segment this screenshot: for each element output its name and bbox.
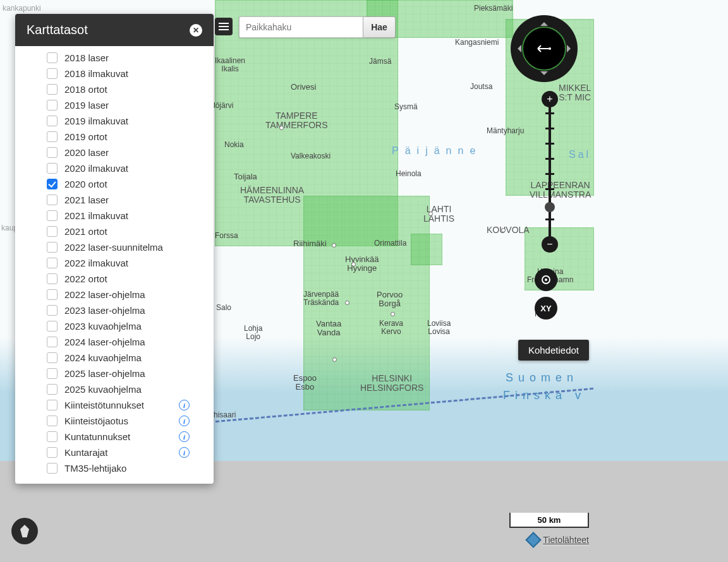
layer-item[interactable]: 2024 kuvaohjelma <box>15 350 214 366</box>
layer-checkbox[interactable] <box>47 179 58 189</box>
layer-checkbox[interactable] <box>47 447 58 458</box>
layer-checkbox[interactable] <box>47 100 58 111</box>
layer-item[interactable]: 2018 ortot <box>15 81 214 97</box>
layers-panel: Karttatasot ✕ 2018 laser2018 ilmakuvat20… <box>15 14 214 484</box>
feature-info-label[interactable]: Kohdetiedot <box>518 340 589 361</box>
layer-checkbox[interactable] <box>47 52 58 63</box>
layer-checkbox[interactable] <box>47 368 58 379</box>
layers-scroll[interactable]: 2018 laser2018 ilmakuvat2018 ortot2019 l… <box>15 46 214 484</box>
zoom-slider[interactable]: + − <box>549 95 551 249</box>
search-button[interactable]: Hae <box>363 16 396 38</box>
layer-label: Kuntatunnukset <box>64 431 130 442</box>
layer-item[interactable]: 2020 laser <box>15 145 214 160</box>
pan-left-button[interactable] <box>514 45 521 52</box>
layer-item[interactable]: 2019 laser <box>15 97 214 113</box>
layer-checkbox[interactable] <box>47 273 58 284</box>
info-icon[interactable]: i <box>179 416 190 426</box>
layer-item[interactable]: 2022 laser-ohjelma <box>15 287 214 302</box>
info-icon[interactable]: i <box>179 431 190 442</box>
layer-checkbox[interactable] <box>47 416 58 426</box>
layer-item[interactable]: 2025 kuvaohjelma <box>15 381 214 397</box>
city-dot <box>501 228 506 232</box>
pan-right-button[interactable] <box>567 45 574 52</box>
layer-item[interactable]: TM35-lehtijako <box>15 460 214 476</box>
layer-item[interactable]: 2024 laser-ohjelma <box>15 334 214 350</box>
xy-button[interactable]: XY <box>535 297 557 320</box>
layer-item[interactable]: Kuntarajati <box>15 445 214 460</box>
layer-checkbox[interactable] <box>47 226 58 237</box>
layer-item[interactable]: 2020 ortot <box>15 176 214 192</box>
data-sources-link[interactable]: Tietolähteet <box>528 534 589 546</box>
layer-checkbox[interactable] <box>47 463 58 474</box>
city-dot <box>428 212 433 216</box>
layer-label: 2018 ilmakuvat <box>64 68 128 79</box>
scale-bar: 50 km <box>509 513 589 528</box>
layer-item[interactable]: 2025 laser-ohjelma <box>15 366 214 381</box>
zoom-in-button[interactable]: + <box>542 91 558 107</box>
layer-label: 2019 ortot <box>64 131 107 142</box>
layer-checkbox[interactable] <box>47 431 58 442</box>
menu-button[interactable] <box>215 18 233 35</box>
layer-item[interactable]: 2022 ortot <box>15 271 214 287</box>
layer-checkbox[interactable] <box>47 337 58 347</box>
layer-item[interactable]: Kiinteistötunnukseti <box>15 397 214 413</box>
green-overlay <box>303 196 430 410</box>
info-icon[interactable]: i <box>179 400 190 410</box>
layer-checkbox[interactable] <box>47 163 58 174</box>
layer-checkbox[interactable] <box>47 194 58 205</box>
layer-item[interactable]: 2020 ilmakuvat <box>15 160 214 176</box>
layer-label: Kuntarajat <box>64 447 107 458</box>
layer-checkbox[interactable] <box>47 321 58 332</box>
layer-checkbox[interactable] <box>47 400 58 410</box>
sources-label: Tietolähteet <box>543 535 589 545</box>
layer-label: 2020 ilmakuvat <box>64 163 128 174</box>
layer-checkbox[interactable] <box>47 242 58 253</box>
zoom-tick <box>545 218 554 220</box>
zoom-tick <box>545 188 554 190</box>
layer-item[interactable]: 2023 kuvaohjelma <box>15 318 214 334</box>
reset-icon <box>535 42 554 55</box>
layer-label: 2021 laser <box>64 194 109 205</box>
close-button[interactable]: ✕ <box>190 24 202 37</box>
layer-item[interactable]: Kuntatunnukseti <box>15 429 214 445</box>
layer-item[interactable]: 2018 ilmakuvat <box>15 66 214 81</box>
info-icon[interactable]: i <box>179 447 190 458</box>
layer-item[interactable]: 2019 ilmakuvat <box>15 113 214 129</box>
layer-checkbox[interactable] <box>47 116 58 126</box>
marker-tool-button[interactable] <box>11 518 38 544</box>
layer-checkbox[interactable] <box>47 305 58 316</box>
layer-item[interactable]: 2021 ortot <box>15 224 214 239</box>
layer-checkbox[interactable] <box>47 352 58 363</box>
layers-panel-title: Karttatasot <box>27 23 88 37</box>
layer-item[interactable]: 2023 laser-ohjelma <box>15 302 214 318</box>
layer-label: 2023 kuvaohjelma <box>64 321 142 332</box>
layer-item[interactable]: 2019 ortot <box>15 129 214 145</box>
layer-item[interactable]: 2021 ilmakuvat <box>15 208 214 224</box>
reset-view-button[interactable] <box>522 27 566 71</box>
zoom-tick <box>545 143 554 145</box>
svg-point-2 <box>545 278 547 281</box>
layer-checkbox[interactable] <box>47 131 58 142</box>
layer-item[interactable]: 2022 ilmakuvat <box>15 255 214 271</box>
layer-checkbox[interactable] <box>47 210 58 221</box>
layer-label: 2022 laser-suunnitelma <box>64 242 163 253</box>
pan-up-button[interactable] <box>540 18 548 26</box>
layer-item[interactable]: Kiinteistöjaotusi <box>15 413 214 429</box>
pan-down-button[interactable] <box>540 71 548 79</box>
city-dot <box>279 126 284 130</box>
layer-label: 2023 laser-ohjelma <box>64 305 145 316</box>
layer-checkbox[interactable] <box>47 258 58 268</box>
layer-item[interactable]: 2022 laser-suunnitelma <box>15 239 214 255</box>
zoom-out-button[interactable]: − <box>542 236 558 253</box>
layer-checkbox[interactable] <box>47 84 58 95</box>
locate-button[interactable] <box>535 268 557 291</box>
zoom-handle[interactable] <box>545 202 555 212</box>
layer-item[interactable]: 2021 laser <box>15 192 214 208</box>
layer-checkbox[interactable] <box>47 289 58 300</box>
layer-checkbox[interactable] <box>47 384 58 395</box>
layer-label: 2024 kuvaohjelma <box>64 352 142 363</box>
layer-checkbox[interactable] <box>47 147 58 158</box>
layer-item[interactable]: 2018 laser <box>15 50 214 66</box>
layer-checkbox[interactable] <box>47 68 58 79</box>
search-input[interactable] <box>239 16 363 38</box>
